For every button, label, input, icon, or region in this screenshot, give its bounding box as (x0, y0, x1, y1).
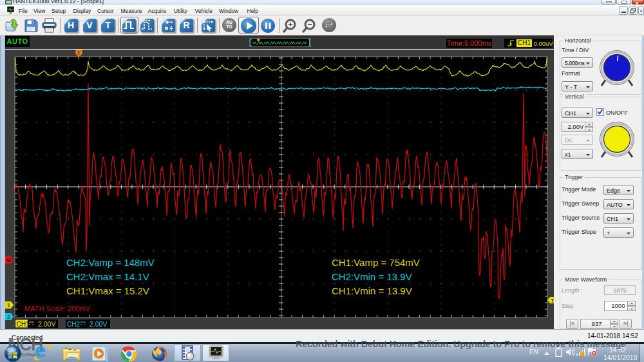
svg-text:1: 1 (7, 302, 10, 309)
svg-text:2: 2 (7, 314, 10, 320)
svg-text:2.00V: 2.00V (90, 320, 107, 328)
svg-text:CH2:Vamp = 148mV: CH2:Vamp = 148mV (66, 257, 155, 268)
svg-text:CH1:Vamp = 754mV: CH1:Vamp = 754mV (332, 257, 420, 268)
svg-text:CH1: CH1 (17, 321, 30, 328)
svg-text:2.00V: 2.00V (38, 320, 55, 328)
svg-text:T: T (77, 50, 81, 57)
svg-text:MATH Scale: 200mV: MATH Scale: 200mV (24, 305, 91, 312)
svg-text:CH2: CH2 (67, 321, 80, 328)
svg-text:CH1:Vmin = 13.9V: CH1:Vmin = 13.9V (332, 285, 412, 296)
svg-text:M: M (6, 257, 12, 263)
svg-text:CH2:Vmax = 14.1V: CH2:Vmax = 14.1V (66, 271, 149, 282)
svg-text:CH1:Vmax = 15.2V: CH1:Vmax = 15.2V (66, 285, 149, 296)
svg-text:CH2:Vmin = 13.9V: CH2:Vmin = 13.9V (332, 271, 412, 282)
